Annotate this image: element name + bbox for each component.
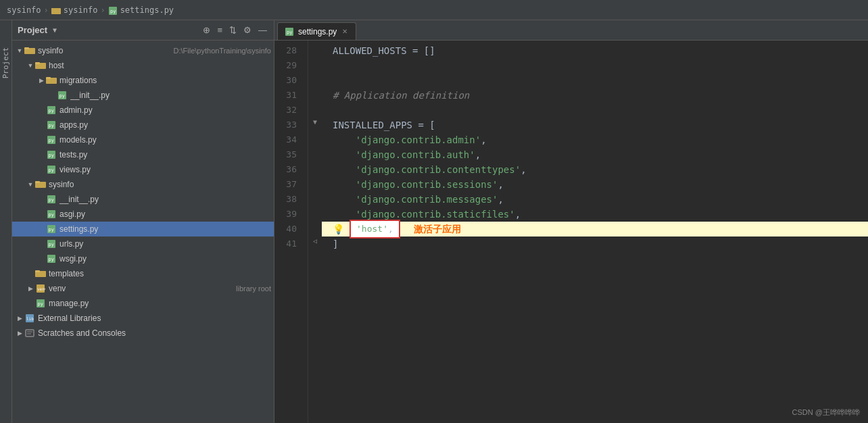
item-sublabel: library root [236,284,271,293]
tree-arrow: ▶ [15,315,24,322]
project-panel: Project ▼ ⊕ ≡ ⇅ ⚙ — ▼ sysinfo D:\File\py… [12,20,274,423]
bulb-icon[interactable]: 💡 [333,222,344,237]
code-line-30[interactable] [322,73,868,88]
folder-icon [51,6,61,16]
gutter-cell-34 [308,130,322,145]
file-icon-folder [24,45,35,56]
code-content[interactable]: ALLOWED_HOSTS = []# Application definiti… [322,41,868,423]
tree-item-apps[interactable]: py apps.py [12,118,274,132]
tree-item-settings[interactable]: py settings.py [12,222,274,237]
panel-collapse-btn[interactable]: ≡ [216,25,224,35]
code-op: , [515,207,521,222]
code-line-39[interactable]: 'django.contrib.staticfiles', [322,207,868,222]
item-sublabel: D:\File\pythonTraining\sysinfo [174,47,272,55]
code-indent [333,132,356,147]
code-line-40[interactable]: 💡 'host',激活子应用 [322,222,868,237]
code-editor[interactable]: 2829303132333435363738394041 ▼◁ ALLOWED_… [274,41,868,423]
item-label: settings.py [59,224,271,234]
code-string: 'django.contrib.sessions' [356,177,498,192]
line-number-36: 36 [274,162,301,177]
line-number-40: 40 [274,222,301,237]
line-number-30: 30 [274,73,301,88]
code-line-28[interactable]: ALLOWED_HOSTS = [] [322,43,868,58]
tree-item-admin[interactable]: py admin.py [12,103,274,118]
item-label: tests.py [59,150,271,159]
breadcrumb-sysinfo2[interactable]: sysinfo [64,5,98,15]
tree-item-venv[interactable]: ▶ venv venv library root [12,281,274,296]
code-line-41[interactable]: ] [322,237,868,251]
code-line-29[interactable] [322,58,868,73]
host-comma: , [388,222,393,237]
panel-settings-btn[interactable]: ⚙ [242,25,253,35]
savepoint-icon: ◁ [313,234,317,249]
panel-chevron-icon[interactable]: ▼ [53,26,57,34]
tab-close-btn[interactable]: ✕ [341,28,349,35]
code-line-31[interactable]: # Application definition [322,88,868,103]
tree-item-ext-libs[interactable]: ▶ lib External Libraries [12,311,274,326]
tree-item-templates[interactable]: templates [12,266,274,281]
svg-rect-42 [26,330,34,337]
code-op: , [481,132,486,147]
code-line-37[interactable]: 'django.contrib.sessions', [322,177,868,192]
panel-title: Project [18,25,47,35]
tree-item-wsgi[interactable]: py wsgi.py [12,251,274,266]
panel-header: Project ▼ ⊕ ≡ ⇅ ⚙ — [12,20,274,41]
code-line-36[interactable]: 'django.contrib.contenttypes', [322,162,868,177]
item-label: models.py [59,135,271,145]
file-icon-py: py [46,253,57,264]
svg-text:py: py [59,93,65,99]
tree-arrow: ▶ [15,330,24,337]
editor-area: py settings.py ✕ 28293031323334353637383… [274,20,868,423]
tree-item-sysinfo-inner[interactable]: ▼ sysinfo [12,177,274,192]
line-number-37: 37 [274,177,301,192]
tree-arrow: ▶ [37,77,46,84]
breadcrumb-file[interactable]: settings.py [120,5,174,15]
tree-item-urls[interactable]: py urls.py [12,237,274,251]
fold-arrow-icon[interactable]: ▼ [313,115,317,130]
side-tab-label[interactable]: Project [1,47,10,78]
code-line-35[interactable]: 'django.contrib.auth', [322,147,868,162]
gutter-cell-36 [308,159,322,174]
tree-item-views[interactable]: py views.py [12,162,274,177]
item-label: Scratches and Consoles [38,328,271,338]
tree-item-migrations[interactable]: ▶ migrations [12,73,274,88]
tree-item-models[interactable]: py models.py [12,132,274,147]
side-panel-tab[interactable]: Project [0,20,12,423]
tree-item-tests[interactable]: py tests.py [12,147,274,162]
code-op: , [498,177,503,192]
file-icon-py: py [46,194,57,205]
file-icon-folder [35,179,46,190]
main-content: Project Project ▼ ⊕ ≡ ⇅ ⚙ — ▼ sysinfo D:… [0,20,868,423]
gutter-cell-29 [308,55,322,70]
breadcrumb-sysinfo[interactable]: sysinfo [7,5,41,15]
line-number-38: 38 [274,192,301,207]
item-label: External Libraries [38,314,271,323]
tree-item-host[interactable]: ▼ host [12,58,274,73]
code-line-32[interactable] [322,103,868,118]
tree-item-__init__[interactable]: py __init__.py [12,88,274,103]
code-op: , [521,162,526,177]
editor-tab-settings[interactable]: py settings.py ✕ [277,22,356,40]
tree-item-sysinfo-root[interactable]: ▼ sysinfo D:\File\pythonTraining\sysinfo [12,43,274,58]
code-line-34[interactable]: 'django.contrib.admin', [322,132,868,147]
file-icon-py: py [46,164,57,175]
gutter-cell-40 [308,219,322,234]
gutter-cell-30 [308,70,322,85]
tree-item-scratches[interactable]: ▶ Scratches and Consoles [12,326,274,341]
svg-rect-1 [51,8,55,10]
panel-close-btn[interactable]: — [257,25,268,35]
code-line-33[interactable]: INSTALLED_APPS = [ [322,118,868,132]
tab-file-icon: py [285,27,294,36]
tree-arrow: ▶ [26,285,35,292]
code-string: 'django.contrib.messages' [356,192,498,207]
tree-item-asgi[interactable]: py asgi.py [12,207,274,222]
line-number-39: 39 [274,207,301,222]
panel-compact-btn[interactable]: ⇅ [228,25,238,35]
svg-text:lib: lib [26,316,34,321]
tree-item-__init__2[interactable]: py __init__.py [12,192,274,207]
tree-item-manage[interactable]: py manage.py [12,296,274,311]
code-line-38[interactable]: 'django.contrib.messages', [322,192,868,207]
line-numbers: 2829303132333435363738394041 [274,41,308,423]
panel-locate-btn[interactable]: ⊕ [201,25,212,35]
tree-arrow: ▼ [26,181,35,188]
